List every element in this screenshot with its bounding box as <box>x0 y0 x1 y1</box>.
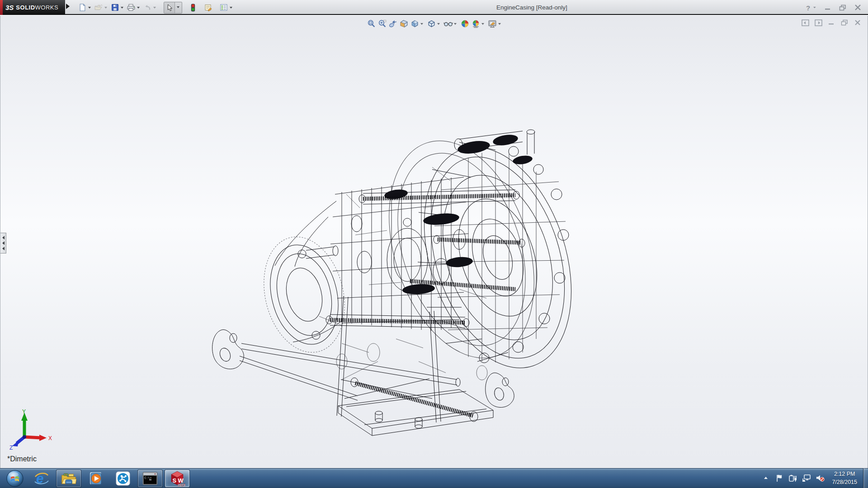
display-style-dropdown[interactable] <box>437 23 440 26</box>
internet-explorer-icon: e <box>34 471 49 486</box>
close-icon <box>854 5 861 10</box>
taskbar-clock[interactable]: 2:12 PM 7/28/2015 <box>829 470 860 486</box>
taskbar-command-prompt[interactable]: C:\> <box>137 469 163 488</box>
taskbar-windows-explorer[interactable] <box>56 469 81 488</box>
hide-show-items-button[interactable] <box>443 18 453 29</box>
minimize-document-icon <box>828 20 835 25</box>
minimize-document-button[interactable] <box>827 19 836 27</box>
document-window-controls <box>801 19 862 27</box>
action-center-flag-icon <box>775 474 783 482</box>
rebuild-button[interactable] <box>188 2 198 13</box>
graphics-area[interactable]: Y X Z *Dimetric <box>0 16 868 468</box>
network-status-button[interactable] <box>802 474 811 483</box>
show-hidden-icons-button[interactable] <box>761 474 770 483</box>
undo-button[interactable] <box>142 2 153 13</box>
select-tool-dropdown[interactable] <box>177 6 179 9</box>
undo-dropdown[interactable] <box>153 7 156 10</box>
hide-show-items-dropdown[interactable] <box>454 23 457 26</box>
triad-z-label: Z <box>9 445 13 450</box>
svg-text:?: ? <box>806 4 810 11</box>
apply-scene-button[interactable] <box>470 18 481 29</box>
previous-view-icon <box>389 19 397 28</box>
view-settings-button[interactable] <box>487 18 498 29</box>
open-folder-icon <box>94 4 103 11</box>
save-dropdown[interactable] <box>121 7 123 10</box>
windows-explorer-folder-icon <box>61 472 77 485</box>
clock-date: 7/28/2015 <box>832 478 857 486</box>
help-button[interactable]: ? <box>803 3 819 13</box>
save-button[interactable] <box>109 2 120 13</box>
reference-triad[interactable]: Y X Z <box>9 409 54 450</box>
brand-works: WORKS <box>35 4 59 11</box>
svg-text:2015: 2015 <box>178 483 185 487</box>
options-dropdown[interactable] <box>230 7 232 10</box>
taskbar-internet-explorer[interactable]: e <box>29 469 54 488</box>
file-properties-icon <box>204 4 212 11</box>
dassault-3s-icon: 3S <box>5 4 14 11</box>
collapse-arrow-icon <box>0 236 5 239</box>
triad-x-label: X <box>48 435 52 441</box>
show-desktop-button[interactable] <box>863 468 868 488</box>
display-pane-toggle-button[interactable] <box>814 19 823 27</box>
show-hidden-icons-arrow-icon <box>763 476 769 480</box>
new-document-button[interactable] <box>77 2 88 13</box>
zoom-to-fit-button[interactable] <box>366 18 377 29</box>
start-button[interactable] <box>5 469 24 488</box>
file-properties-button[interactable] <box>203 2 214 13</box>
windows-start-orb-icon <box>6 469 24 488</box>
taskbar-media-player[interactable] <box>83 469 108 488</box>
apply-scene-dropdown[interactable] <box>481 23 484 26</box>
solidworks-2015-icon: S W 2015 <box>169 470 186 487</box>
volume-muted-icon <box>816 474 825 483</box>
view-settings-dropdown[interactable] <box>498 23 501 26</box>
select-tool-button[interactable] <box>164 2 175 13</box>
feature-manager-collapsed-tab[interactable] <box>0 233 6 253</box>
zoom-to-fit-icon <box>367 19 376 28</box>
section-view-button[interactable] <box>398 18 409 29</box>
feature-pane-toggle-icon <box>802 19 809 26</box>
feature-pane-toggle-button[interactable] <box>801 19 810 27</box>
restore-document-button[interactable] <box>840 19 849 27</box>
edit-appearance-icon <box>461 19 469 28</box>
triad-y-label: Y <box>22 409 26 415</box>
close-window-button[interactable] <box>852 3 863 13</box>
view-orientation-button[interactable] <box>409 18 420 29</box>
restore-icon <box>839 5 846 11</box>
clock-time: 2:12 PM <box>832 470 857 478</box>
taskbar-solidworks-2015[interactable]: S W 2015 <box>165 469 190 488</box>
display-style-button[interactable] <box>426 18 437 29</box>
menu-expand-arrow-icon[interactable] <box>66 4 72 9</box>
print-button[interactable] <box>126 2 137 13</box>
open-document-button[interactable] <box>93 2 104 13</box>
action-center-button[interactable] <box>775 474 784 483</box>
options-button[interactable] <box>218 2 229 13</box>
solidworks-window: 3S SOLID WORKS <box>0 0 868 488</box>
close-document-button[interactable] <box>853 19 862 27</box>
main-toolbar <box>77 0 235 15</box>
volume-button[interactable] <box>816 474 825 483</box>
view-orientation-icon <box>410 19 419 28</box>
collapse-arrow-icon <box>0 241 5 245</box>
select-cursor-icon <box>166 4 173 11</box>
minimize-window-button[interactable] <box>822 3 834 13</box>
svg-text:C:\>: C:\> <box>145 476 152 479</box>
restore-window-button[interactable] <box>837 3 849 13</box>
engine-casing-wireframe-model[interactable] <box>206 127 581 452</box>
taskbar-share-app[interactable] <box>110 469 136 488</box>
hide-show-glasses-icon <box>443 19 453 28</box>
edit-appearance-button[interactable] <box>459 18 470 29</box>
window-title: EngineCasing [Read-only] <box>496 0 567 15</box>
command-prompt-icon: C:\> <box>142 472 158 485</box>
previous-view-button[interactable] <box>387 18 398 29</box>
close-document-icon <box>854 20 861 25</box>
print-dropdown[interactable] <box>137 7 140 10</box>
power-plug-icon <box>788 474 797 482</box>
new-document-dropdown[interactable] <box>88 7 91 10</box>
power-status-button[interactable] <box>788 474 797 483</box>
solidworks-logo[interactable]: 3S SOLID WORKS <box>0 0 65 15</box>
open-document-dropdown[interactable] <box>104 7 107 10</box>
title-bar: 3S SOLID WORKS <box>0 0 868 15</box>
display-pane-toggle-icon <box>815 19 822 26</box>
zoom-to-area-button[interactable] <box>377 18 387 29</box>
view-orientation-dropdown[interactable] <box>420 23 423 26</box>
